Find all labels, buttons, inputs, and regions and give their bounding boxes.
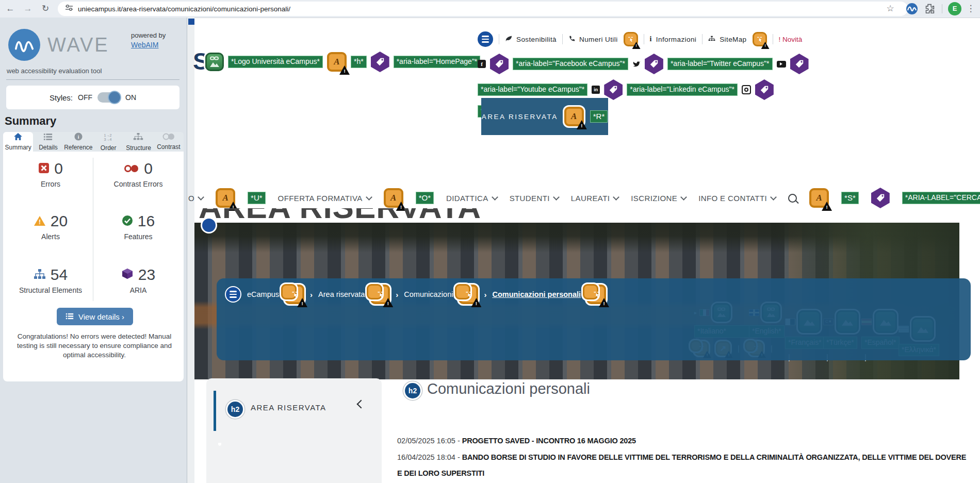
aria-label-icon[interactable] <box>371 52 389 72</box>
svg-text:i: i <box>77 134 79 140</box>
phone-icon <box>568 35 575 43</box>
news-list-item[interactable]: 16/04/2025 18:04 - BANDO BORSE DI STUDIO… <box>397 449 969 481</box>
tab-summary[interactable]: Summary <box>3 132 33 152</box>
utility-item-novita[interactable]: ! Novità <box>779 36 803 43</box>
nav-item-info-contatti[interactable]: INFO E CONTATTI <box>698 194 776 203</box>
aria-label-icon[interactable] <box>871 188 890 208</box>
alert-icon[interactable]: A! <box>564 107 584 126</box>
facebook-icon[interactable]: f <box>478 60 486 68</box>
powered-by: powered by WebAIM <box>131 31 166 49</box>
contrast-circles-icon <box>162 133 175 142</box>
site-settings-icon[interactable] <box>65 4 73 13</box>
region-badge: *U* <box>248 192 266 205</box>
bookmark-star-icon[interactable]: ☆ <box>883 2 897 15</box>
news-list-item[interactable]: 02/05/2025 16:05 - PROGETTO SAVED - INCO… <box>397 433 636 449</box>
section-sidebar-card: h2 AREA RISERVATA <box>206 378 382 483</box>
alert-icon[interactable]: A! <box>216 188 235 208</box>
address-bar[interactable]: uniecampus.it/area-riservata/comunicazio… <box>58 2 908 16</box>
utility-item-sostenibilita[interactable]: Sostenibilità <box>505 35 557 43</box>
utility-item-sitemap[interactable]: SiteMap <box>708 36 746 43</box>
alert-icon-stack[interactable]: ! <box>285 285 304 304</box>
warning-triangle-icon: ! <box>471 298 481 307</box>
alt-text-badge: *Logo Università eCampus* <box>228 56 323 68</box>
tab-contrast[interactable]: Contrast <box>154 132 184 152</box>
wave-extension-icon[interactable] <box>906 3 918 17</box>
svg-text:!: ! <box>39 219 41 226</box>
tab-details[interactable]: Details <box>33 132 63 152</box>
stat-value: 23 <box>138 266 155 284</box>
back-icon[interactable]: ← <box>3 2 18 15</box>
youtube-icon[interactable] <box>777 61 786 68</box>
menu-circle-icon[interactable] <box>478 31 493 47</box>
main-nav: O A! *U* OFFERTA FORMATIVA A! *O* DIDATT… <box>188 186 980 210</box>
news-title[interactable]: PROGETTO SAVED - INCONTRO 16 MAGGIO 2025 <box>462 437 636 445</box>
aria-cube-icon <box>121 266 134 284</box>
styles-off-label: OFF <box>78 93 92 102</box>
nav-item-universita[interactable]: O <box>188 194 203 203</box>
alert-icon[interactable]: A! <box>384 188 403 208</box>
webaim-link[interactable]: WebAIM <box>131 41 158 49</box>
aria-label-badge: *aria-label="HomePage"* <box>394 56 481 68</box>
nav-item-iscrizione[interactable]: ISCRIZIONE <box>631 194 686 203</box>
tab-label: Structure <box>126 144 151 152</box>
breadcrumb-item-ecampus[interactable]: eCampus <box>247 290 279 298</box>
collapse-chevron-icon[interactable] <box>357 400 366 409</box>
alert-icon-stack[interactable]: ! <box>459 285 478 304</box>
area-riservata-button[interactable]: AREA RISERVATA A! *R* <box>481 98 608 135</box>
view-details-button[interactable]: View details › <box>57 308 133 325</box>
info-icon: i <box>650 35 652 43</box>
page-fragment <box>188 19 194 25</box>
warning-triangle-icon: ! <box>632 42 641 49</box>
nav-label: DIDATTICA <box>446 194 488 203</box>
utility-label: Numeri Utili <box>579 36 618 43</box>
menu-circle-icon[interactable] <box>225 286 241 303</box>
utility-item-numeri-utili[interactable]: Numeri Utili <box>568 35 618 43</box>
tab-reference[interactable]: i Reference <box>63 132 93 152</box>
alert-icon-stack[interactable]: ! <box>370 285 390 304</box>
nav-item-didattica[interactable]: DIDATTICA <box>446 194 497 203</box>
tab-structure[interactable]: Structure <box>123 132 153 152</box>
aria-label-icon[interactable] <box>755 79 774 100</box>
breadcrumb-item-area-riservata[interactable]: Area riservata <box>318 290 365 298</box>
reload-icon[interactable]: ↻ <box>38 2 53 15</box>
extensions-puzzle-icon[interactable] <box>924 3 935 16</box>
linkedin-icon[interactable]: in <box>592 86 600 94</box>
alert-icon[interactable]: A! <box>809 188 829 208</box>
aria-label-icon[interactable] <box>645 54 663 74</box>
tab-order[interactable]: 1→23→4 Order <box>93 132 123 152</box>
forward-icon[interactable]: → <box>21 2 35 15</box>
alert-icon[interactable]: ! <box>753 32 767 46</box>
chevron-down-icon <box>366 194 372 201</box>
twitter-icon[interactable] <box>632 61 641 68</box>
utility-item-informazioni[interactable]: i Informazioni <box>650 35 697 43</box>
section-sidebar-title[interactable]: AREA RISERVATA <box>251 403 326 412</box>
divider <box>644 34 644 44</box>
instagram-icon[interactable] <box>742 85 751 94</box>
nav-item-offerta-formativa[interactable]: OFFERTA FORMATIVA <box>278 194 371 203</box>
aria-label-icon[interactable] <box>604 79 623 100</box>
profile-avatar[interactable]: E <box>948 2 961 15</box>
nav-label: LAUREATI <box>571 194 610 203</box>
search-icon[interactable] <box>788 194 797 203</box>
tab-label: Summary <box>5 144 31 151</box>
news-title[interactable]: BANDO BORSE DI STUDIO IN FAVORE DELLE VI… <box>397 453 966 477</box>
styles-toggle[interactable] <box>97 92 120 103</box>
alert-icon[interactable]: ! <box>624 32 638 46</box>
alert-icon-stack[interactable]: ! <box>586 285 606 304</box>
aria-label-icon[interactable] <box>490 54 509 74</box>
contrast-error-icon <box>124 160 139 177</box>
toggle-knob[interactable] <box>108 91 121 104</box>
alert-icon[interactable]: A! <box>327 52 347 72</box>
nav-item-studenti[interactable]: STUDENTI <box>510 194 559 203</box>
browser-menu-icon[interactable]: ⋮ <box>963 2 978 15</box>
aria-label-badge: *aria-label="Linkedin eCampus"* <box>627 84 738 96</box>
nav-item-laureati[interactable]: LAUREATI <box>571 194 618 203</box>
breadcrumb-item-comunicazioni-personali[interactable]: Comunicazioni personali <box>492 290 581 298</box>
chevron-down-icon <box>613 194 619 201</box>
menu-circle-icon[interactable] <box>201 217 217 234</box>
aria-label-icon[interactable] <box>790 54 809 74</box>
linked-image-alt-icon[interactable] <box>205 53 224 71</box>
breadcrumb-item-comunicazioni[interactable]: Comunicazioni <box>404 290 453 298</box>
url-text[interactable]: uniecampus.it/area-riservata/comunicazio… <box>78 5 290 13</box>
wave-sidebar: WAVE powered by WebAIM web accessibility… <box>0 18 187 483</box>
